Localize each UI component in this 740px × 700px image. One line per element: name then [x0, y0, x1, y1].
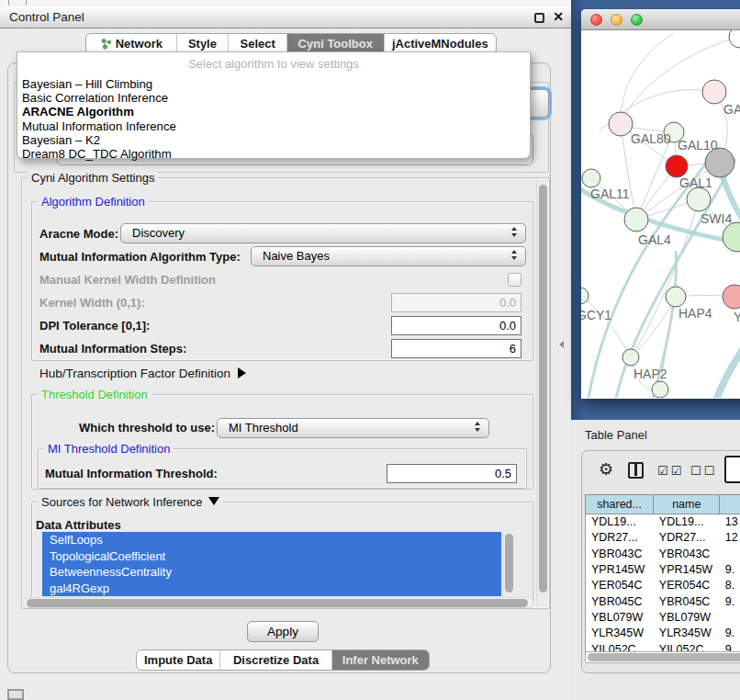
table-cell: 12 [720, 530, 740, 546]
column-header[interactable] [720, 495, 740, 514]
apply-button[interactable]: Apply [247, 621, 319, 642]
tab-cyni-toolbox[interactable]: Cyni Toolbox [287, 34, 385, 53]
table-row[interactable]: YPR145WYPR145W9. [586, 561, 740, 577]
collapsed-arrow-icon[interactable] [238, 367, 246, 378]
deselect-all-icon[interactable]: ☐☐ [690, 464, 717, 478]
table-row[interactable]: YDL19...YDL19...13 [586, 514, 740, 530]
attribute-list-item[interactable]: SelfLoops [42, 532, 501, 548]
hub-definition-expander[interactable]: Hub/Transcription Factor Definition [39, 367, 246, 380]
which-threshold-value: MI Threshold [229, 421, 298, 435]
table-row[interactable]: YLR345WYLR345W9. [586, 626, 740, 641]
network-node[interactable] [729, 30, 740, 48]
close-traffic-light-icon[interactable] [590, 14, 602, 26]
mi-threshold-input[interactable]: 0.5 [387, 464, 517, 483]
algorithm-option[interactable]: Dream8 DC_TDC Algorithm [17, 147, 530, 161]
dpi-tolerance-input[interactable]: 0.0 [391, 316, 521, 335]
table-file-icon[interactable] [724, 456, 740, 483]
mi-type-combo[interactable]: Naive Bayes [251, 246, 526, 266]
mi-type-label: Mutual Information Algorithm Type: [39, 250, 241, 264]
table-cell: YBL079W [654, 609, 720, 625]
algorithm-option[interactable]: Basic Correlation Inference [17, 91, 530, 105]
which-threshold-combo[interactable]: MI Threshold [217, 418, 489, 438]
tab-network[interactable]: Network [86, 34, 177, 53]
network-canvas[interactable]: GALGAL80GAL10GAL1GAL11SWI4GAL4GCY1HAP4YH… [581, 30, 740, 398]
bottom-tab-bar: Impute DataDiscretize DataInfer Network [136, 649, 430, 671]
table-cell: 9. [720, 561, 740, 577]
algorithm-option[interactable]: ARACNE Algorithm [17, 105, 530, 119]
network-node[interactable] [652, 381, 668, 398]
network-node[interactable] [702, 80, 726, 104]
combo-arrows-icon [511, 250, 517, 260]
table-row[interactable]: YER054CYER054C8. [586, 578, 740, 593]
table-row[interactable]: YBR045CYBR045C9. [586, 593, 740, 609]
column-header[interactable]: name [654, 495, 720, 514]
table-cell: YPR145W [586, 561, 654, 577]
float-panel-icon[interactable] [534, 13, 544, 23]
network-node[interactable] [666, 155, 688, 177]
tab-infer-network[interactable]: Infer Network [332, 650, 429, 670]
tab-style[interactable]: Style [177, 34, 230, 53]
node-label: HAP4 [678, 306, 712, 321]
table-cell: YLR345W [586, 626, 654, 641]
network-node[interactable] [622, 349, 639, 366]
network-node[interactable] [624, 208, 648, 231]
attribute-list-item[interactable]: TopologicalCoefficient [42, 548, 501, 565]
minimized-panel-icon[interactable] [7, 689, 24, 700]
splitter-collapse-arrow[interactable] [559, 341, 564, 348]
data-attributes-list[interactable]: SelfLoopsTopologicalCoefficientBetweenne… [42, 532, 501, 596]
table-panel: Table Panel ⚙ ☑☑ ☐☐ shared...name YDL19.… [571, 420, 740, 700]
divider [26, 0, 27, 6]
table-horizontal-scrollbar[interactable] [585, 651, 740, 663]
settings-horizontal-scrollbar[interactable] [23, 597, 533, 608]
tab-impute-data[interactable]: Impute Data [137, 650, 220, 670]
dropdown-placeholder: Select algorithm to view settings [17, 52, 530, 77]
network-edge [621, 37, 740, 124]
list-vertical-scrollbar[interactable] [502, 532, 513, 596]
minimize-traffic-light-icon[interactable] [611, 14, 622, 26]
combo-arrows-icon [511, 227, 517, 237]
attribute-list-item[interactable]: BetweennessCentrality [42, 564, 501, 581]
gear-icon[interactable]: ⚙ [599, 459, 613, 480]
algorithm-option[interactable]: Bayesian – Hill Climbing [17, 77, 530, 91]
column-header[interactable]: shared... [586, 495, 654, 514]
zoom-traffic-light-icon[interactable] [631, 14, 643, 26]
sources-expander[interactable]: Sources for Network Inference [38, 495, 223, 509]
mi-threshold-label: Mutual Information Threshold: [45, 467, 218, 480]
mi-type-value: Naive Bayes [263, 249, 330, 263]
dpi-tolerance-label: DPI Tolerance [0,1]: [39, 319, 150, 333]
network-graph[interactable]: GALGAL80GAL10GAL1GAL11SWI4GAL4GCY1HAP4YH… [581, 30, 740, 398]
attribute-list-item[interactable]: gal4RGexp [42, 581, 501, 597]
network-view-window: GALGAL80GAL10GAL1GAL11SWI4GAL4GCY1HAP4YH… [581, 9, 740, 399]
aracne-mode-combo[interactable]: Discovery [120, 223, 526, 243]
network-node[interactable] [609, 112, 633, 136]
sources-title: Sources for Network Inference [41, 495, 203, 509]
mi-steps-input[interactable]: 6 [391, 339, 521, 358]
table-row[interactable]: YBR043CYBR043C [586, 546, 740, 561]
aracne-mode-value: Discovery [132, 226, 185, 240]
select-all-icon[interactable]: ☑☑ [657, 464, 684, 478]
manual-kernel-checkbox[interactable] [508, 273, 521, 287]
algorithm-option[interactable]: Mutual Information Inference [17, 119, 530, 133]
expanded-arrow-icon[interactable] [208, 497, 219, 505]
network-node[interactable] [666, 287, 686, 307]
network-window-titlebar[interactable] [581, 9, 740, 30]
algorithm-options: Bayesian – Hill ClimbingBasic Correlatio… [17, 77, 530, 161]
group-title: Threshold Definition [38, 388, 151, 401]
manual-kernel-label: Manual Kernel Width Definition [39, 273, 216, 287]
network-node[interactable] [582, 169, 600, 187]
algorithm-option[interactable]: Bayesian – K2 [17, 133, 530, 147]
tab-discretize-data[interactable]: Discretize Data [220, 650, 331, 670]
table-row[interactable]: YDR27...YDR27...12 [586, 530, 740, 546]
columns-icon[interactable] [628, 462, 644, 479]
table-cell: YER054C [654, 578, 720, 593]
network-node[interactable] [723, 222, 740, 252]
tab-select[interactable]: Select [229, 34, 287, 53]
settings-vertical-scrollbar[interactable] [536, 179, 548, 607]
tab-jactivemnodules[interactable]: jActiveMNodules [385, 34, 496, 53]
network-node[interactable] [687, 187, 711, 211]
table-panel-title: Table Panel [585, 428, 647, 442]
network-node[interactable] [723, 285, 740, 309]
table-row[interactable]: YBL079WYBL079W [586, 609, 740, 625]
kernel-width-label: Kernel Width (0,1): [39, 296, 145, 310]
close-icon[interactable]: ✕ [553, 9, 564, 24]
